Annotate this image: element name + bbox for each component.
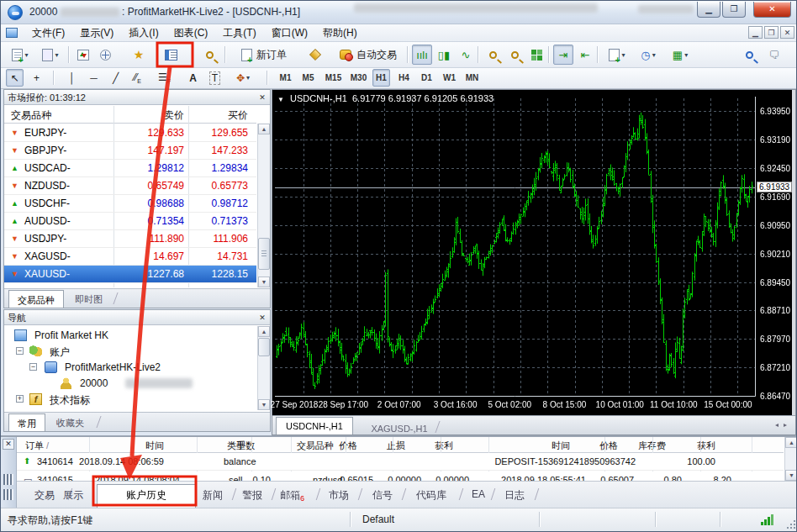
timeframe-w1-button[interactable]: W1 [441,69,458,87]
tab-account-history[interactable]: 账户历史 [97,484,196,509]
terminal-grip-icon[interactable] [3,474,13,485]
horizontal-line-tool-button[interactable]: ─ [85,69,103,87]
tab-tick-chart[interactable]: 即时图 [75,293,103,306]
metaeditor-button[interactable] [305,45,325,65]
tab-market[interactable]: 市场 [329,488,349,503]
auto-scroll-button[interactable]: ⇥ [553,45,573,65]
menu-window[interactable]: 窗口(W) [264,24,315,42]
menu-insert[interactable]: 插入(I) [121,24,166,42]
timeframe-m1-button[interactable]: M1 [277,69,294,87]
market-watch-close-icon[interactable]: ✕ [256,92,268,103]
periods-button[interactable]: ◷▾ [634,45,662,65]
col-bid[interactable]: 卖价 [164,108,184,123]
mdi-restore-button[interactable]: ❐ [764,26,779,39]
tab-mailbox[interactable]: 邮箱6 [280,488,304,503]
new-order-button[interactable]: + 新订单 [231,45,297,65]
tree-item-indicators[interactable]: + f 技术指标 [8,392,255,408]
symbol-row-xauusd-selected[interactable]: ▼ XAUUSD- 1227.68 1228.15 [4,266,256,283]
chart-shift-button[interactable]: ⇤ [575,45,595,65]
mdi-close-button[interactable]: ✕ [780,26,794,39]
minimize-button[interactable]: ▁ [697,2,720,18]
label-tool-button[interactable]: T [206,69,224,87]
timeframe-m15-button[interactable]: M15 [322,69,345,87]
timeframe-m30-button[interactable]: M30 [347,69,370,87]
tab-symbols[interactable]: 交易品种 [8,290,64,308]
fibonacci-tool-button[interactable]: ☰F [156,69,173,87]
chart-tab-usdcnh[interactable]: USDCNH-,H1 [276,417,353,435]
col-order[interactable]: 订单 / [25,440,49,452]
bar-chart-type-button[interactable]: ıılı [412,45,432,65]
strategy-tester-button[interactable] [199,45,219,65]
channel-tool-button[interactable]: ⁄⁄E [129,69,146,87]
timeframe-m5-button[interactable]: M5 [299,69,317,87]
text-tool-button[interactable]: A [184,69,202,87]
menu-tools[interactable]: 工具(T) [215,24,263,42]
tab-common[interactable]: 常用 [8,413,45,431]
tab-trade[interactable]: 交易 [34,488,55,503]
menu-help[interactable]: 帮助(H) [315,24,365,42]
col-ask[interactable]: 买价 [228,108,248,123]
scrollbar-thumb[interactable] [258,338,270,356]
search-button[interactable] [739,45,759,65]
scrollbar-thumb[interactable] [258,238,270,270]
collapse-expander-icon[interactable]: − [29,363,37,371]
menu-file[interactable]: 文件(F) [24,24,72,42]
symbol-row-usdcad[interactable]: ▲ USDCAD- 1.29812 1.29834 [4,160,256,177]
restore-button[interactable]: ❐ [722,2,746,18]
expand-expander-icon[interactable]: + [16,395,24,403]
tree-item-server[interactable]: − ProfitMarketHK-Live2 [8,360,255,376]
timeframe-h4-button[interactable]: H4 [395,69,413,87]
symbol-row-usdjpy[interactable]: ▼ USDJPY- 111.890 111.906 [4,230,256,248]
col-open-price[interactable]: 价格 [339,440,357,452]
history-row-balance[interactable]: ⬆ 3410614 2018.09.14 08:06:59 balance DE… [17,453,784,471]
tab-alerts[interactable]: 警报 [242,488,262,503]
symbol-row-usdchf[interactable]: ▲ USDCHF- 0.98688 0.98712 [4,195,256,213]
chart-tab-scroll-icons[interactable]: ◂▸ [775,421,792,429]
timeframe-d1-button[interactable]: D1 [418,69,435,87]
indicators-button[interactable]: +▾ [603,45,631,65]
symbol-row-audusd[interactable]: ▲ AUDUSD- 0.71354 0.71373 [4,213,256,230]
chart-dropdown-icon[interactable]: ▼ [277,96,284,103]
terminal-scrollbar[interactable]: ▲ ▼ [784,437,797,481]
scroll-up-icon[interactable]: ▲ [258,124,270,134]
col-tp[interactable]: 获利 [435,440,453,452]
history-row-trade-clipped[interactable]: ▭ 3410615 2018.09.14 08:08:04 sell 0.10 … [17,471,784,481]
symbol-row-nzdusd[interactable]: ▼ NZDUSD- 0.65749 0.65773 [4,177,256,195]
tab-news[interactable]: 新闻 [203,488,223,503]
profiles-button[interactable]: ▾ [36,45,65,65]
tab-experts[interactable]: EA [472,488,485,500]
close-button[interactable]: ✕ [753,2,791,18]
tab-exposure[interactable]: 展示 [63,488,83,503]
terminal-toggle-button[interactable] [161,45,181,65]
templates-button[interactable]: ▦▾ [665,45,695,65]
timeframe-mn-button[interactable]: MN [463,69,481,87]
col-close-price[interactable]: 价格 [599,440,618,452]
scroll-down-icon[interactable]: ▼ [258,277,270,287]
col-symbol[interactable]: 交易品种 [11,108,51,123]
line-chart-type-button[interactable]: ∿ [456,45,476,65]
scroll-down-icon[interactable]: ▼ [258,399,270,410]
chat-button[interactable]: 🗨 [764,45,784,65]
symbol-row-eurjpy[interactable]: ▼ EURJPY- 129.633 129.655 [4,124,256,142]
status-profile[interactable]: Default [362,514,394,525]
scroll-down-icon[interactable]: ▼ [785,470,797,481]
trendline-tool-button[interactable]: ╱ [107,69,124,87]
menu-view[interactable]: 显示(V) [72,24,121,42]
timeframe-h1-button[interactable]: H1 [372,69,390,87]
arrows-tool-button[interactable]: ✥▾ [230,69,256,87]
col-open-time[interactable]: 时间 [145,440,164,452]
crosshair-tool-button[interactable]: + [28,69,45,87]
tree-item-account-20000[interactable]: 20000 [8,376,255,392]
col-sl[interactable]: 止损 [387,440,405,452]
chart-mdi-icon[interactable] [6,28,18,38]
autotrading-button[interactable]: 自动交易 [334,45,403,65]
scroll-up-icon[interactable]: ▲ [258,326,270,337]
navigator-close-icon[interactable]: ✕ [256,312,268,323]
resize-grip[interactable] [786,519,796,529]
tab-favorites[interactable]: 收藏夹 [56,417,84,429]
tree-item-platform[interactable]: Profit Market HK [8,328,255,344]
vertical-line-tool-button[interactable]: │ [63,69,81,87]
cursor-tool-button[interactable]: ↖ [6,69,24,87]
new-chart-button[interactable]: +▾ [6,45,34,65]
chart-area[interactable]: ▼ USDCNH-,H1 6.91779 6.91937 6.91205 6.9… [272,90,792,415]
